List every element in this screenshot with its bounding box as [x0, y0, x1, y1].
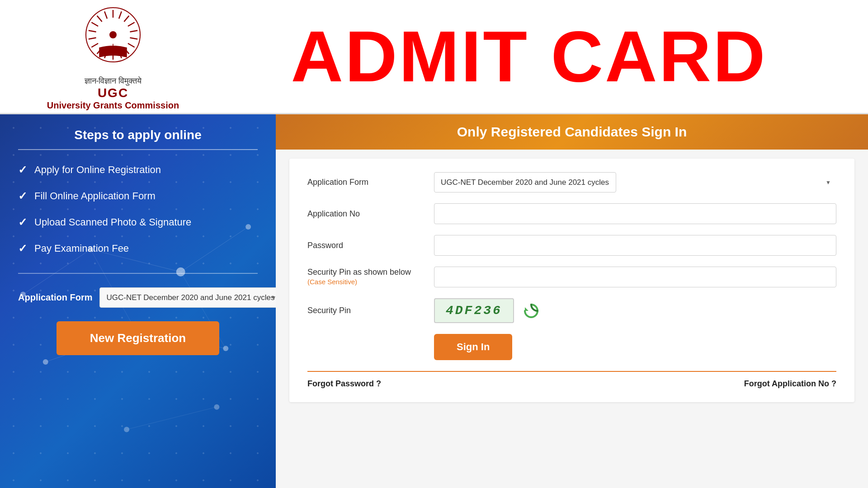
- svg-line-37: [127, 407, 217, 430]
- checkmark-icon: ✓: [18, 216, 27, 229]
- list-item: ✓ Fill Online Application Form: [18, 190, 258, 202]
- application-no-label: Application No: [307, 209, 434, 219]
- security-pin-input[interactable]: [434, 267, 836, 287]
- forgot-row: Forgot Password ? Forgot Application No …: [307, 371, 836, 389]
- left-app-form-section: Application Form UGC-NET December 2020 a…: [18, 287, 258, 308]
- logo-ugc: UGC: [98, 86, 128, 100]
- step-3-text: Upload Scanned Photo & Signature: [34, 216, 191, 228]
- application-no-row: Application No: [307, 203, 836, 224]
- application-form-select[interactable]: UGC-NET December 2020 and June 2021 cycl…: [434, 172, 616, 192]
- checkmark-icon: ✓: [18, 164, 27, 176]
- sign-in-form: Application Form UGC-NET December 2020 a…: [289, 159, 854, 402]
- application-form-row: Application Form UGC-NET December 2020 a…: [307, 172, 836, 192]
- password-input[interactable]: [434, 235, 836, 256]
- security-pin-value: 4DF236: [434, 298, 514, 323]
- left-app-form-label: Application Form: [18, 292, 92, 303]
- step-4-text: Pay Examination Fee: [34, 243, 129, 254]
- step-1-text: Apply for Online Registration: [34, 164, 161, 176]
- forgot-application-no-link[interactable]: Forgot Application No ?: [744, 379, 836, 389]
- security-pin-input-row: Security Pin as shown below (Case Sensit…: [307, 267, 836, 287]
- forgot-password-link[interactable]: Forgot Password ?: [307, 379, 381, 389]
- logo-section: ज्ञान-विज्ञान विमुक्तये UGC University G…: [18, 2, 208, 111]
- right-panel-header: Only Registered Candidates Sign In: [276, 114, 868, 150]
- right-panel-title: Only Registered Candidates Sign In: [294, 124, 850, 140]
- svg-point-36: [124, 427, 129, 432]
- password-label: Password: [307, 241, 434, 250]
- case-sensitive-note: (Case Sensitive): [307, 278, 357, 286]
- sign-in-row: Sign In: [307, 334, 836, 360]
- right-panel: Only Registered Candidates Sign In Appli…: [276, 114, 868, 488]
- checkmark-icon: ✓: [18, 190, 27, 202]
- refresh-captcha-button[interactable]: [521, 301, 541, 321]
- svg-point-34: [223, 346, 228, 351]
- security-pin-display-label: Security Pin: [307, 306, 434, 315]
- checkmark-icon: ✓: [18, 242, 27, 255]
- admit-card-title: ADMIT CARD: [208, 20, 850, 93]
- application-no-input[interactable]: [434, 203, 836, 224]
- svg-point-19: [109, 31, 117, 38]
- new-registration-button[interactable]: New Registration: [57, 321, 219, 355]
- logo-fullname: University Grants Commission: [47, 100, 179, 111]
- svg-marker-38: [525, 307, 528, 311]
- list-item: ✓ Pay Examination Fee: [18, 242, 258, 255]
- application-form-label: Application Form: [307, 178, 434, 187]
- security-pin-input-label: Security Pin as shown below (Case Sensit…: [307, 267, 434, 286]
- sign-in-button[interactable]: Sign In: [434, 334, 512, 360]
- logo-tagline: ज्ञान-विज्ञान विमुक्तये: [85, 76, 142, 86]
- application-form-wrapper: UGC-NET December 2020 and June 2021 cycl…: [434, 172, 836, 192]
- svg-point-35: [214, 404, 219, 410]
- steps-list: ✓ Apply for Online Registration ✓ Fill O…: [18, 164, 258, 255]
- ugc-emblem-icon: [77, 2, 149, 75]
- left-application-form-select[interactable]: UGC-NET December 2020 and June 2021 cycl…: [99, 287, 276, 308]
- refresh-icon: [521, 301, 541, 321]
- divider: [18, 273, 258, 274]
- svg-point-32: [43, 359, 48, 365]
- list-item: ✓ Apply for Online Registration: [18, 164, 258, 176]
- header: ज्ञान-विज्ञान विमुक्तये UGC University G…: [0, 0, 868, 113]
- step-2-text: Fill Online Application Form: [34, 190, 156, 202]
- security-pin-display-row: Security Pin 4DF236: [307, 298, 836, 323]
- list-item: ✓ Upload Scanned Photo & Signature: [18, 216, 258, 229]
- main-content: Steps to apply online ✓ Apply for Online…: [0, 113, 868, 488]
- svg-point-30: [176, 267, 185, 277]
- password-row: Password: [307, 235, 836, 256]
- left-panel: Steps to apply online ✓ Apply for Online…: [0, 114, 276, 488]
- left-panel-title: Steps to apply online: [18, 128, 258, 150]
